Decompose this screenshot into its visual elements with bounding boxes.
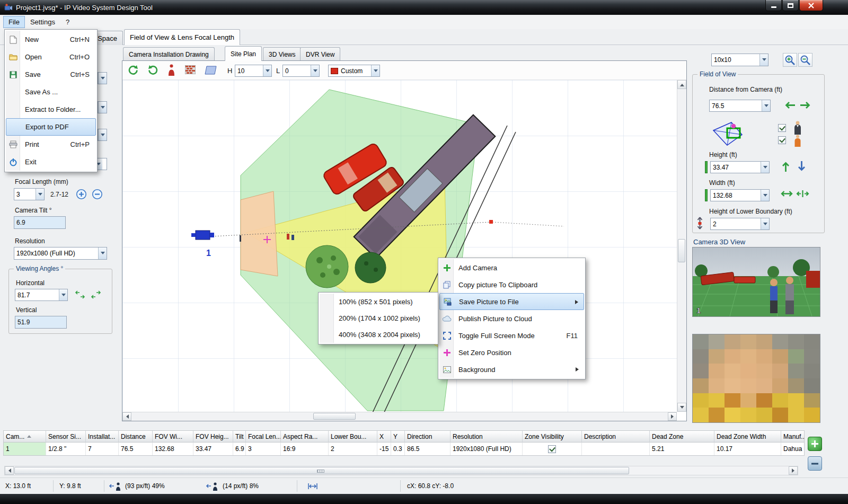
width-expand-button[interactable]: [796, 190, 809, 198]
width-adjust-button[interactable]: [780, 190, 793, 198]
close-button[interactable]: [799, 0, 823, 11]
col-y[interactable]: Y: [391, 431, 405, 443]
distance-increase-button[interactable]: [799, 101, 812, 110]
color-combo[interactable]: Custom: [328, 65, 380, 77]
subtab-camera-installation-drawing[interactable]: Camera Installation Drawing: [123, 47, 215, 61]
lower-edge-checkbox[interactable]: [778, 136, 786, 144]
zoom-plus-button[interactable]: [76, 189, 87, 200]
target-point[interactable]: [489, 220, 493, 224]
titlebar[interactable]: Project1.jvsg* - IP Video System Design …: [0, 0, 848, 15]
grid-size-combo[interactable]: 10x10: [711, 54, 768, 66]
distance-combo[interactable]: 76.5: [709, 100, 771, 112]
angle-preset-button-2[interactable]: [90, 290, 102, 299]
scroll-down-button[interactable]: [677, 403, 686, 412]
col-direction[interactable]: Direction: [405, 431, 450, 443]
rotate-cw-button[interactable]: [147, 65, 160, 76]
file-menu-save[interactable]: SaveCtrl+S: [6, 66, 96, 83]
subtab-site-plan[interactable]: Site Plan: [225, 46, 262, 61]
context-set-zero-position[interactable]: Set Zero Position: [439, 344, 584, 361]
clipped-combo-1[interactable]: [98, 72, 107, 84]
rotate-ccw-button[interactable]: [127, 65, 139, 76]
maximize-button[interactable]: [782, 0, 799, 11]
width-combo[interactable]: 132.68: [710, 189, 770, 201]
col-manufacturer[interactable]: Manuf...: [781, 431, 805, 443]
submenu-100-percent[interactable]: 100% (852 x 501 pixels): [320, 294, 437, 310]
scroll-left-button[interactable]: [5, 466, 14, 475]
col-distance[interactable]: Distance: [119, 431, 153, 443]
zoom-in-button[interactable]: [783, 53, 797, 67]
menu-settings[interactable]: Settings: [25, 16, 60, 28]
angle-preset-button-1[interactable]: [74, 290, 86, 299]
scroll-right-button[interactable]: [789, 466, 798, 475]
add-person-button[interactable]: [168, 64, 175, 76]
col-zone-visibility[interactable]: Zone Visibility: [523, 431, 582, 443]
tree-large[interactable]: [306, 245, 348, 288]
add-row-button[interactable]: [808, 437, 822, 451]
zone-visibility-checkbox[interactable]: [548, 445, 556, 453]
site-plan-drawing[interactable]: 1: [122, 80, 677, 412]
scroll-up-button[interactable]: [677, 80, 686, 89]
col-dead-zone-width[interactable]: Dead Zone Width: [714, 431, 781, 443]
col-tilt[interactable]: Tilt: [233, 431, 246, 443]
pixelated-detection-image[interactable]: [692, 334, 820, 423]
canvas-vertical-scrollbar[interactable]: [677, 80, 686, 412]
file-menu-print[interactable]: PrintCtrl+P: [6, 136, 96, 153]
table-row[interactable]: 1 1/2.8 " 7 76.5 132.68 33.47 6.9 3 16:9…: [4, 443, 805, 455]
remove-row-button[interactable]: [808, 456, 822, 471]
clipped-combo-2[interactable]: [98, 101, 107, 113]
wall-lower-combo[interactable]: 0: [282, 65, 320, 77]
height-combo[interactable]: 33.47: [710, 161, 770, 173]
subtab-dvr-view[interactable]: DVR View: [300, 47, 340, 61]
file-menu-save-as[interactable]: Save As ...: [6, 83, 96, 101]
col-description[interactable]: Description: [582, 431, 650, 443]
context-background[interactable]: Background: [439, 361, 584, 378]
vertical-angle-input[interactable]: [15, 316, 67, 329]
file-menu-exit[interactable]: Exit: [6, 153, 96, 171]
add-wall-button[interactable]: [185, 65, 196, 74]
camera-tilt-input[interactable]: [14, 216, 66, 229]
context-add-camera[interactable]: Add Camera: [439, 259, 584, 276]
col-installation[interactable]: Installat...: [86, 431, 119, 443]
scroll-thumb[interactable]: [14, 467, 629, 474]
camera-3d-view-image[interactable]: 1: [692, 247, 820, 317]
file-menu-extract-to-folder[interactable]: Extract to Folder...: [6, 101, 96, 118]
file-menu-export-to-pdf[interactable]: Export to PDF: [6, 118, 96, 136]
scroll-left-button[interactable]: [122, 412, 131, 421]
lower-boundary-combo[interactable]: 2: [710, 218, 770, 230]
menu-help[interactable]: ?: [60, 16, 75, 28]
canvas-horizontal-scrollbar[interactable]: [122, 412, 677, 421]
submenu-400-percent[interactable]: 400% (3408 x 2004 pixels): [320, 326, 437, 343]
tree-small[interactable]: [355, 252, 386, 283]
wall-height-combo[interactable]: 10: [235, 65, 272, 77]
height-increase-button[interactable]: [781, 160, 790, 173]
col-camera[interactable]: Cam...: [4, 431, 46, 443]
zoom-minus-button[interactable]: [92, 189, 103, 200]
menu-file[interactable]: File: [3, 16, 25, 28]
upper-edge-checkbox[interactable]: [778, 124, 786, 132]
col-fov-height[interactable]: FOV Heig...: [193, 431, 233, 443]
distance-decrease-button[interactable]: [783, 101, 796, 110]
horizontal-combo[interactable]: 81.7: [15, 289, 68, 301]
subtab-3d-views[interactable]: 3D Views: [263, 47, 301, 61]
add-region-button[interactable]: [205, 65, 217, 75]
context-publish-to-cloud[interactable]: Publish Picture to Cloud: [439, 310, 584, 327]
clipped-combo-3[interactable]: [98, 129, 107, 141]
context-toggle-fullscreen[interactable]: Toggle Full Screen ModeF11: [439, 327, 584, 344]
scroll-thumb[interactable]: [678, 239, 685, 262]
window-horizontal-scrollbar[interactable]: [4, 466, 798, 475]
height-decrease-button[interactable]: [797, 160, 806, 173]
file-menu-open[interactable]: OpenCtrl+O: [6, 48, 96, 66]
col-lower-boundary[interactable]: Lower Bou...: [329, 431, 377, 443]
col-aspect-ratio[interactable]: Aspect Ra...: [281, 431, 329, 443]
file-menu-new[interactable]: NewCtrl+N: [6, 31, 96, 48]
col-focal-length[interactable]: Focal Len...: [246, 431, 281, 443]
col-resolution[interactable]: Resolution: [450, 431, 523, 443]
submenu-200-percent[interactable]: 200% (1704 x 1002 pixels): [320, 310, 437, 326]
scroll-right-button[interactable]: [668, 412, 677, 421]
zoom-out-button[interactable]: [798, 53, 812, 67]
col-sensor[interactable]: Sensor Si...: [46, 431, 86, 443]
context-copy-picture[interactable]: Copy picture To Clipboard: [439, 276, 584, 293]
minimize-button[interactable]: [765, 0, 782, 11]
context-save-picture-to-file[interactable]: Save Picture to File: [439, 293, 584, 310]
tab-field-of-view[interactable]: Field of View & Lens Focal Length: [124, 29, 240, 45]
